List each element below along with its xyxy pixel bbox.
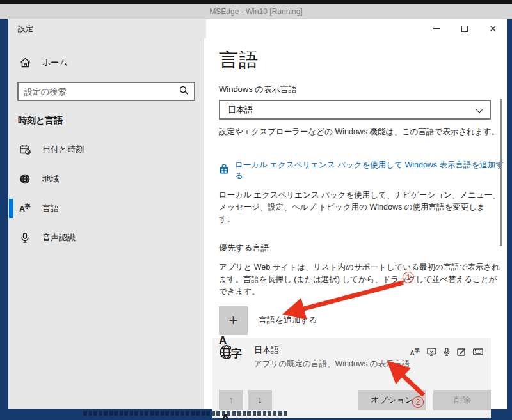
display-language-icon: A字 (410, 346, 419, 358)
language-name: 日本語 (254, 345, 410, 356)
minimize-icon (433, 28, 440, 29)
settings-window: 設定 ✕ ホーム (8, 19, 507, 409)
search-icon[interactable] (179, 86, 189, 98)
settings-search-box[interactable] (17, 82, 195, 101)
language-row-japanese[interactable]: 字 A 日本語 アプリの既定の言語、Windows の表示言語 A字 (212, 338, 491, 418)
language-settings-page: 言語 Windows の表示言語 日本語 設定やエクスプローラーなどの Wind… (204, 38, 507, 409)
settings-sidebar: ホーム 時刻と言語 日付と時刻 (8, 38, 204, 409)
vm-display: 設定 ✕ ホーム (0, 19, 512, 420)
vertical-scrollbar[interactable] (500, 99, 502, 246)
remove-button[interactable]: 削除 (433, 390, 491, 410)
preferred-languages-title: 優先する言語 (219, 242, 507, 254)
display-language-value: 日本語 (228, 104, 253, 116)
language-status: アプリの既定の言語、Windows の表示言語 (254, 359, 410, 369)
handwriting-icon (457, 348, 466, 356)
globe-icon (18, 174, 32, 184)
vm-titlebar[interactable]: MSEdge - Win10 [Running] (0, 4, 512, 19)
preferred-languages-description: アプリと Web サイトは、リスト内のサポートしている最初の言語で表示されます。… (219, 261, 500, 297)
microsoft-store-icon (219, 164, 229, 177)
sidebar-item-home[interactable]: ホーム (8, 51, 204, 74)
minimize-button[interactable] (422, 19, 451, 38)
search-input[interactable] (24, 87, 179, 97)
add-display-language-link[interactable]: ローカル エクスペリエンス パックを使用して Windows 表示言語を追加する (235, 160, 507, 182)
sidebar-item-label: 言語 (42, 203, 59, 214)
vm-title: MSEdge - Win10 [Running] (209, 7, 302, 16)
add-language-button[interactable]: + (219, 306, 248, 335)
translate-icon: A字 (18, 204, 32, 213)
close-icon: ✕ (489, 24, 497, 34)
store-link-description: ローカル エクスペリエンス パックを使用して、ナビゲーション、メニュー、メッセー… (219, 189, 500, 225)
speech-icon (444, 348, 450, 356)
sidebar-item-speech[interactable]: 音声認識 (8, 226, 204, 249)
move-down-button[interactable]: ↓ (248, 390, 272, 410)
add-language-label: 言語を追加する (259, 315, 317, 326)
keyboard-icon (473, 348, 483, 355)
sidebar-item-date-time[interactable]: 日付と時刻 (8, 138, 204, 161)
sidebar-item-label: 音声認識 (42, 232, 76, 244)
maximize-icon (461, 26, 468, 32)
sidebar-section-title: 時刻と言語 (18, 115, 204, 127)
maximize-button[interactable] (451, 19, 479, 38)
chevron-down-icon (476, 105, 483, 113)
language-capability-icons: A字 (410, 345, 483, 358)
page-title: 言語 (219, 47, 507, 74)
sidebar-item-label: 地域 (42, 173, 59, 185)
microphone-icon (18, 233, 32, 243)
options-button[interactable]: オプション (358, 390, 426, 410)
watermark-text (83, 411, 288, 416)
window-title: 設定 (8, 19, 206, 38)
sidebar-item-label: 日付と時刻 (42, 144, 84, 155)
close-button[interactable]: ✕ (479, 19, 507, 38)
display-language-label: Windows の表示言語 (219, 84, 507, 95)
move-up-button[interactable]: ↑ (219, 390, 243, 410)
sidebar-item-language[interactable]: A字 言語 (8, 197, 204, 220)
sidebar-home-label: ホーム (42, 57, 68, 68)
home-icon (18, 58, 32, 68)
window-titlebar[interactable]: 設定 ✕ (8, 19, 507, 38)
display-icon (427, 348, 436, 356)
display-language-caption: 設定やエクスプローラーなどの Windows 機能は、この言語で表示されます。 (219, 127, 500, 137)
calendar-clock-icon (18, 144, 32, 155)
sidebar-item-region[interactable]: 地域 (8, 167, 204, 191)
store-link-row[interactable]: ローカル エクスペリエンス パックを使用して Windows 表示言語を追加する (219, 160, 507, 182)
display-language-dropdown[interactable]: 日本語 (219, 100, 491, 120)
